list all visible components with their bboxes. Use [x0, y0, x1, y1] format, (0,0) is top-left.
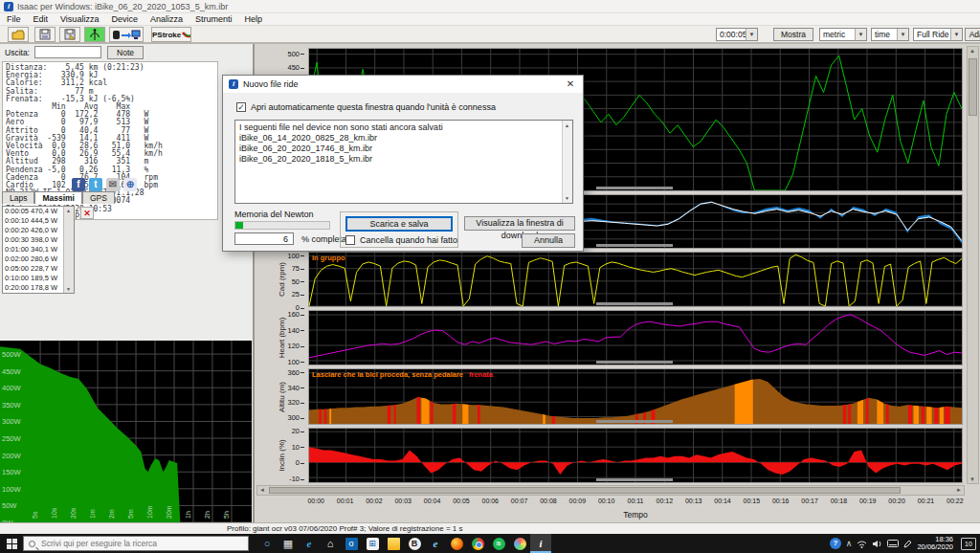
menu-item-visualizza[interactable]: Visualizza [60, 14, 99, 24]
pstroke-button[interactable]: PStroke [151, 27, 191, 42]
x-tick-label: 00:05 [449, 498, 474, 504]
taskbar-search[interactable] [23, 536, 249, 551]
taskbar-clock[interactable]: 18:36 20/06/2020 [917, 536, 953, 551]
dialog-close-button[interactable]: ✕ [558, 76, 583, 93]
chart-plot-altitude[interactable]: Lasciare che la bici proceda, senza peda… [308, 368, 963, 425]
scroll-down-icon[interactable]: ▼ [969, 476, 975, 482]
plot-scroll-thumb[interactable] [596, 244, 673, 247]
plot-scroll-thumb[interactable] [596, 420, 673, 423]
action-center-icon[interactable]: 10 [961, 538, 976, 550]
menu-item-analizza[interactable]: Analizza [150, 14, 183, 24]
b-browser-icon[interactable]: B [404, 534, 425, 553]
axis-mode-combo[interactable]: time ▼ [871, 28, 909, 41]
units-combo[interactable]: metric ▼ [819, 28, 867, 41]
annulla-button[interactable]: Annulla [522, 233, 575, 248]
plot-scroll-thumb[interactable] [596, 361, 673, 364]
scroll-down-icon[interactable]: ▼ [66, 286, 71, 292]
charts-vertical-scrollbar[interactable]: ▲ ▼ [967, 46, 979, 484]
charts-horizontal-scrollbar[interactable]: ◄ ► [256, 485, 965, 496]
edge-icon[interactable]: e [299, 534, 320, 553]
averaging-combo[interactable]: 0:00:05 ▼ [716, 28, 758, 41]
device-file-item[interactable]: iBike_06_14_2020_0825_28_km.ibr [239, 133, 568, 144]
help-tray-icon[interactable]: ? [830, 538, 841, 549]
chrome-icon[interactable] [467, 534, 488, 553]
menu-item-device[interactable]: Device [111, 14, 138, 24]
power-curve-chart[interactable]: 500W450W400W350W300W250W200W150W100W50W0… [0, 341, 252, 522]
auto-open-checkbox[interactable]: ✓ [236, 102, 246, 112]
home-icon[interactable]: ⌂ [320, 534, 341, 553]
notification-badge: 10 [965, 541, 972, 547]
menu-item-strumenti[interactable]: Strumenti [195, 14, 233, 24]
internet-explorer-icon[interactable]: e [425, 534, 446, 553]
percent-field[interactable]: 6 [234, 232, 294, 245]
task-view-icon[interactable]: ▦ [278, 534, 299, 553]
app-icon: i [4, 2, 13, 11]
device-file-item[interactable]: iBike_06_20_2020_1818_5_km.ibr [239, 154, 568, 165]
outlook-icon[interactable]: o [341, 534, 362, 553]
visualizza-download-button[interactable]: Visualizza la finestra di download [464, 216, 575, 231]
facebook-icon[interactable]: f [72, 178, 85, 191]
y-axis-title-cadence: Cad (rpm) [278, 253, 286, 306]
menu-item-help[interactable]: Help [244, 14, 262, 24]
pen-icon[interactable] [903, 540, 912, 548]
range-combo[interactable]: Full Ride ▼ [913, 28, 963, 41]
chart-annotation: In gruppo [312, 254, 345, 262]
cortana-icon[interactable]: ○ [256, 534, 278, 553]
delete-lap-button[interactable]: ✕ [80, 207, 94, 219]
search-input[interactable] [39, 538, 231, 549]
save-as-button[interactable] [59, 27, 80, 42]
chart-plot-incline[interactable] [308, 428, 963, 483]
note-tab[interactable]: Note [107, 46, 144, 59]
scroll-up-icon[interactable]: ▲ [969, 48, 975, 54]
device-file-item[interactable]: iBike_06_20_2020_1746_8_km.ibr [239, 144, 568, 154]
tab-laps[interactable]: Laps [2, 191, 34, 204]
scarica-e-salva-button[interactable]: Scarica e salva [345, 216, 453, 232]
email-icon[interactable]: ✉ [106, 178, 120, 191]
menu-item-file[interactable]: File [7, 14, 21, 24]
scrollbar-thumb[interactable] [969, 58, 977, 116]
start-button[interactable] [0, 534, 23, 553]
plot-scroll-thumb[interactable] [596, 187, 673, 189]
volume-icon[interactable] [872, 540, 882, 548]
usb-connect-button[interactable] [84, 27, 105, 42]
device-files-list[interactable]: I seguenti file nel device non sono stat… [234, 120, 573, 204]
spotify-icon[interactable]: ≈ [488, 534, 509, 553]
store-icon[interactable]: ⊞ [362, 534, 383, 553]
scroll-up-icon[interactable]: ▲ [565, 122, 569, 128]
plot-scroll-thumb[interactable] [596, 478, 673, 481]
chart-plot-heart[interactable] [308, 310, 963, 365]
scroll-left-icon[interactable]: ◄ [259, 487, 265, 493]
paint-icon[interactable] [509, 534, 530, 553]
save-button[interactable] [34, 27, 56, 42]
tab-gps[interactable]: GPS [82, 191, 115, 204]
scroll-up-icon[interactable]: ▲ [66, 208, 71, 213]
tab-massimi[interactable]: Massimi [34, 191, 82, 204]
chevron-down-icon: ▼ [950, 29, 962, 40]
icon-glyph [472, 538, 484, 550]
maximals-scrollbar[interactable]: ▲▼ [63, 207, 74, 293]
download-to-pc-button[interactable] [109, 27, 144, 42]
device-files-scrollbar[interactable]: ▲ ▼ [562, 121, 572, 203]
chart-plot-cadence[interactable]: In gruppo [308, 252, 963, 307]
firefox-icon[interactable] [446, 534, 467, 553]
x-tick-label: 00:04 [420, 498, 445, 504]
twitter-icon[interactable]: t [89, 178, 102, 191]
scroll-down-icon[interactable]: ▼ [565, 195, 569, 201]
uscita-input[interactable] [34, 46, 101, 58]
web-globe-icon[interactable]: ⊕ [123, 178, 137, 191]
chevron-up-icon[interactable]: ∧ [846, 539, 853, 548]
delete-after-checkbox[interactable] [345, 235, 355, 245]
menu-item-edit[interactable]: Edit [33, 14, 49, 24]
pstroke-swoosh-icon [182, 30, 190, 39]
isaac-icon[interactable]: i [530, 534, 551, 553]
open-file-button[interactable] [8, 27, 29, 42]
plot-scroll-thumb[interactable] [596, 302, 673, 305]
mostra-button[interactable]: Mostra [773, 28, 813, 41]
network-icon[interactable] [857, 540, 867, 548]
explorer-icon[interactable] [383, 534, 404, 553]
device-file-item[interactable]: I seguenti file nel device non sono stat… [239, 122, 568, 133]
scroll-right-icon[interactable]: ► [956, 487, 962, 493]
scrollbar-thumb[interactable] [269, 487, 901, 494]
keyboard-icon[interactable] [887, 540, 899, 547]
adatta-button[interactable]: Adatta [965, 28, 980, 41]
